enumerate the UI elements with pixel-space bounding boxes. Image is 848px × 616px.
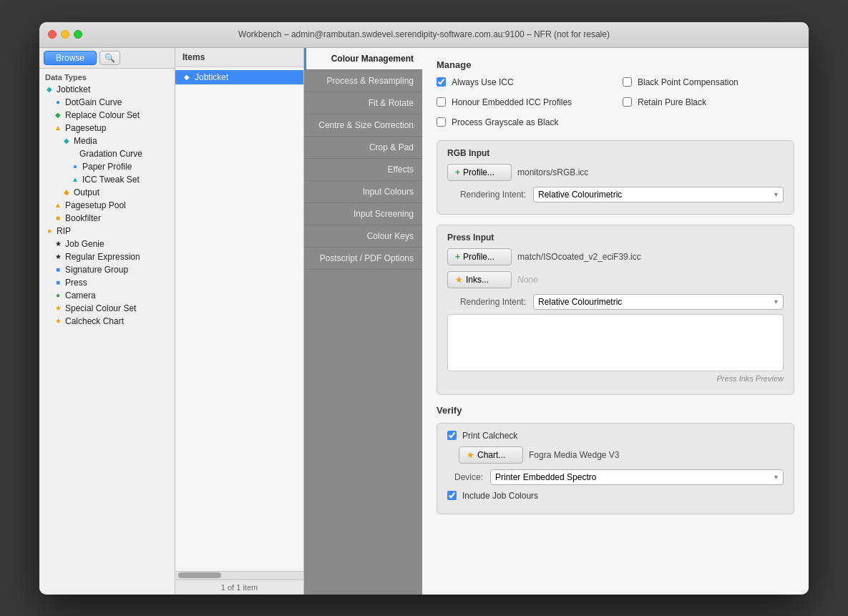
press-profile-value: match/ISOcoated_v2_eciF39.icc (517, 252, 641, 262)
tab-label: Input Colours (363, 187, 414, 197)
verify-section: Verify Print Calcheck ★ Chart... Fogra M… (437, 405, 794, 514)
press-plus-icon: + (455, 252, 460, 262)
sidebar-item-label: Paper Profile (82, 162, 132, 172)
press-profile-button[interactable]: + Profile... (447, 248, 512, 265)
browse-button[interactable]: Browse (44, 51, 97, 65)
sidebar-item-pagesetup[interactable]: ▲ Pagesetup (39, 122, 175, 135)
sidebar-item-output[interactable]: ◆ Output (39, 186, 175, 199)
rgb-rendering-select[interactable]: Relative Colourimetric Perceptual Absolu… (533, 187, 784, 202)
sidebar-item-siggroup[interactable]: ■ Signature Group (39, 263, 175, 276)
always-use-icc-row: Always Use ICC (437, 77, 608, 87)
sidebar-item-jobticket[interactable]: ◆ Jobticket (39, 83, 175, 96)
sidebar-item-calcheck[interactable]: ★ Calcheck Chart (39, 315, 175, 328)
sidebar-item-camera[interactable]: ● Camera (39, 289, 175, 302)
tab-input-screening[interactable]: Input Screening (304, 203, 422, 225)
main-content: Browse 🔍 Data Types ◆ Jobticket ● DotGai… (39, 48, 809, 595)
always-use-icc-checkbox[interactable] (437, 77, 446, 87)
dotgain-icon: ● (54, 98, 62, 106)
honour-embedded-checkbox[interactable] (437, 97, 446, 107)
camera-icon: ● (54, 291, 62, 299)
sidebar-item-jobgenie[interactable]: ★ Job Genie (39, 238, 175, 250)
tab-label: Effects (388, 165, 414, 175)
items-panel: Items ◆ Jobticket 1 of 1 item (175, 48, 304, 595)
print-calcheck-label: Print Calcheck (462, 431, 517, 441)
list-item[interactable]: ◆ Jobticket (175, 70, 303, 84)
retain-pure-black-checkbox[interactable] (623, 97, 632, 107)
sidebar-item-label: Special Colour Set (65, 303, 136, 313)
black-point-row: Black Point Compensation (623, 77, 794, 87)
sidebar-item-label: RIP (57, 226, 71, 236)
print-calcheck-row: Print Calcheck (447, 431, 784, 441)
content-area: Manage Always Use ICC Black Point Compen… (422, 48, 809, 595)
include-job-colours-checkbox[interactable] (447, 491, 457, 500)
process-grayscale-checkbox[interactable] (437, 117, 446, 127)
tab-postscript-pdf[interactable]: Postscript / PDF Options (304, 248, 422, 270)
black-point-checkbox[interactable] (623, 77, 632, 87)
jobgenie-icon: ★ (54, 240, 62, 248)
tab-fit-rotate[interactable]: Fit & Rotate (304, 92, 422, 114)
minimize-button[interactable] (61, 30, 69, 39)
print-calcheck-checkbox[interactable] (447, 431, 457, 440)
sidebar-item-dotgain[interactable]: ● DotGain Curve (39, 96, 175, 109)
sidebar-item-label: Jobticket (57, 84, 90, 94)
icctweak-icon: ▲ (71, 175, 79, 183)
sidebar-item-specialcolour[interactable]: ★ Special Colour Set (39, 302, 175, 315)
output-icon: ◆ (62, 188, 71, 196)
sidebar-item-replacecolour[interactable]: ◆ Replace Colour Set (39, 109, 175, 122)
rgb-rendering-label: Rendering Intent: (447, 190, 526, 200)
press-rendering-select-wrapper: Relative Colourimetric Perceptual Absolu… (533, 294, 784, 310)
inks-preview-box (447, 314, 784, 371)
black-point-label: Black Point Compensation (638, 77, 739, 87)
tab-colour-keys[interactable]: Colour Keys (304, 225, 422, 248)
sidebar-item-label: DotGain Curve (65, 97, 122, 107)
press-rendering-select[interactable]: Relative Colourimetric Perceptual Absolu… (533, 294, 784, 310)
sidebar-item-icctweak[interactable]: ▲ ICC Tweak Set (39, 173, 175, 186)
sidebar-item-paperprofile[interactable]: ● Paper Profile (39, 160, 175, 173)
sidebar-item-gradcurve[interactable]: Gradation Curve (39, 147, 175, 160)
rgb-profile-btn-label: Profile... (463, 167, 494, 177)
jobticket-icon: ◆ (45, 85, 54, 93)
honour-embedded-row: Honour Embedded ICC Profiles (437, 97, 608, 107)
rgb-input-section: RGB Input + Profile... monitors/sRGB.icc… (437, 140, 794, 215)
maximize-button[interactable] (74, 30, 82, 39)
sidebar-item-rip[interactable]: ● RIP (39, 225, 175, 238)
tab-input-colours[interactable]: Input Colours (304, 181, 422, 203)
tab-crop-pad[interactable]: Crop & Pad (304, 137, 422, 159)
sidebar-item-bookfilter[interactable]: ■ Bookfilter (39, 212, 175, 225)
titlebar: Workbench – admin@rambutan.swdevel.seren… (39, 22, 809, 48)
tab-effects[interactable]: Effects (304, 159, 422, 181)
star-icon: ★ (455, 275, 463, 285)
device-select[interactable]: Printer Embedded Spectro (490, 469, 784, 485)
rgb-rendering-row: Rendering Intent: Relative Colourimetric… (447, 187, 784, 202)
sidebar-item-pagesetuppool[interactable]: ▲ Pagesetup Pool (39, 199, 175, 212)
tab-colour-management[interactable]: Colour Management (304, 48, 422, 70)
search-button[interactable]: 🔍 (99, 51, 120, 65)
rgb-input-title: RGB Input (447, 148, 784, 158)
sidebar-item-press[interactable]: ■ Press (39, 276, 175, 289)
always-use-icc-label: Always Use ICC (452, 77, 514, 87)
items-list: ◆ Jobticket (175, 67, 303, 571)
tab-label: Input Screening (354, 209, 414, 219)
calcheck-icon: ★ (54, 317, 62, 325)
tab-centre-size[interactable]: Centre & Size Correction (304, 114, 422, 137)
specialcolour-icon: ★ (54, 304, 62, 312)
sidebar-item-regex[interactable]: ★ Regular Expression (39, 250, 175, 263)
sidebar-item-label: Regular Expression (65, 252, 140, 262)
close-button[interactable] (48, 30, 57, 39)
verify-title: Verify (437, 405, 794, 416)
press-input-title: Press Input (447, 233, 784, 243)
device-select-wrapper: Printer Embedded Spectro (490, 469, 784, 485)
rgb-profile-value: monitors/sRGB.icc (517, 167, 588, 177)
sidebar-item-label: Pagesetup (65, 123, 106, 133)
chart-button[interactable]: ★ Chart... (459, 446, 523, 464)
sidebar-item-label: ICC Tweak Set (82, 175, 140, 185)
items-scrollbar[interactable] (175, 571, 303, 580)
tab-process-resampling[interactable]: Process & Resampling (304, 70, 422, 92)
chart-value: Fogra Media Wedge V3 (529, 450, 620, 460)
sidebar-item-media[interactable]: ◆ Media (39, 135, 175, 147)
inks-row: ★ Inks... None (447, 271, 784, 288)
rgb-profile-button[interactable]: + Profile... (447, 164, 512, 181)
plus-icon: + (455, 167, 460, 177)
tab-label: Fit & Rotate (369, 98, 414, 108)
inks-button[interactable]: ★ Inks... (447, 271, 512, 288)
